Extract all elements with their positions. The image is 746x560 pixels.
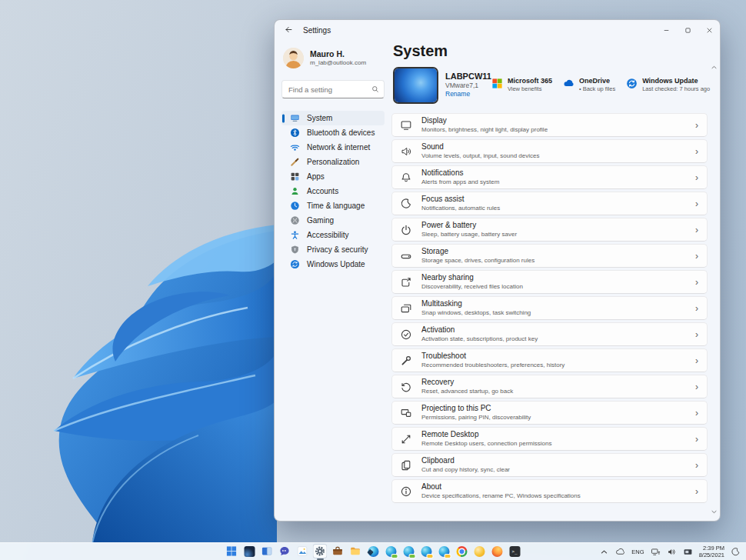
time-language-icon xyxy=(290,201,300,211)
device-thumbnail xyxy=(393,67,438,104)
settings-row-notifications[interactable]: Notifications Alerts from apps and syste… xyxy=(391,165,708,189)
taskbar-edge-profile-2-icon[interactable] xyxy=(401,544,416,558)
taskbar-photos-icon[interactable] xyxy=(295,544,310,558)
about-icon xyxy=(400,485,412,498)
chevron-right-icon: › xyxy=(695,147,698,156)
taskbar-chat-icon[interactable] xyxy=(278,544,292,558)
settings-row-subtitle: Recommended troubleshooters, preferences… xyxy=(421,362,564,369)
taskbar-file-explorer-icon[interactable] xyxy=(348,544,363,558)
windows-update-icon xyxy=(626,78,638,89)
settings-row-recovery[interactable]: Recovery Reset, advanced startup, go bac… xyxy=(391,375,708,398)
taskbar-toolbox-icon[interactable] xyxy=(331,544,345,558)
status-card-onedrive[interactable]: OneDrive • Back up files xyxy=(563,77,615,93)
taskbar-settings-icon[interactable] xyxy=(313,544,328,558)
search-input[interactable] xyxy=(287,85,371,95)
sidebar-item-gaming[interactable]: Gaming xyxy=(281,213,385,228)
rename-link[interactable]: Rename xyxy=(445,90,491,99)
clock[interactable]: 2:39 PM 8/25/2021 xyxy=(699,545,724,558)
sidebar-item-time-language[interactable]: Time & language xyxy=(281,198,385,213)
sound-icon xyxy=(400,145,412,158)
minimize-icon xyxy=(663,25,670,36)
settings-row-sound[interactable]: Sound Volume levels, output, input, soun… xyxy=(391,139,708,163)
sidebar-item-accounts[interactable]: Accounts xyxy=(281,184,385,198)
vm-tools-tray-icon[interactable] xyxy=(683,547,693,557)
settings-row-projecting-to-this-pc[interactable]: Projecting to this PC Permissions, pairi… xyxy=(391,401,708,425)
settings-row-subtitle: Activation state, subscriptions, product… xyxy=(421,335,538,343)
chevron-right-icon: › xyxy=(695,461,698,470)
scroll-up-icon[interactable] xyxy=(711,60,718,67)
page-title: System xyxy=(393,42,708,60)
settings-row-title: Clipboard xyxy=(421,456,510,465)
close-icon xyxy=(706,25,713,36)
taskbar-chrome-icon[interactable] xyxy=(455,544,469,558)
active-indicator xyxy=(282,114,285,122)
sidebar-item-privacy-security[interactable]: Privacy & security xyxy=(281,242,385,257)
settings-row-subtitle: Discoverability, received files location xyxy=(421,283,523,291)
taskbar: >_ ENG 2:39 PM 8/25/2021 xyxy=(0,542,746,560)
taskbar-edge-icon[interactable] xyxy=(366,544,381,558)
sidebar-item-bluetooth-devices[interactable]: Bluetooth & devices xyxy=(281,125,385,140)
settings-row-troubleshoot[interactable]: Troubleshoot Recommended troubleshooters… xyxy=(391,348,708,372)
settings-row-clipboard[interactable]: Clipboard Cut and copy history, sync, cl… xyxy=(391,453,708,477)
taskbar-task-view-icon[interactable] xyxy=(260,544,275,558)
maximize-button[interactable] xyxy=(677,20,698,40)
taskbar-edge-profile-3-icon[interactable] xyxy=(419,544,434,558)
status-card-microsoft-365[interactable]: Microsoft 365 View benefits xyxy=(491,77,552,93)
back-button[interactable] xyxy=(281,23,296,37)
wallpaper-bloom-graphic xyxy=(0,0,277,543)
activation-icon xyxy=(400,328,412,341)
user-account[interactable]: Mauro H. m_lab@outlook.com xyxy=(283,48,385,68)
taskbar-edge-canary-icon[interactable] xyxy=(472,544,487,558)
chevron-right-icon: › xyxy=(695,304,698,313)
sidebar-item-label: Accounts xyxy=(307,187,338,195)
language-indicator[interactable]: ENG xyxy=(631,548,644,555)
sidebar-item-windows-update[interactable]: Windows Update xyxy=(281,257,385,272)
settings-row-subtitle: Alerts from apps and system xyxy=(421,178,499,186)
sidebar-item-system[interactable]: System xyxy=(281,111,385,125)
settings-row-subtitle: Device specifications, rename PC, Window… xyxy=(421,492,581,500)
taskbar-edge-profile-1-icon[interactable] xyxy=(384,544,398,558)
device-model: VMware7,1 xyxy=(445,82,491,90)
taskbar-start-icon[interactable] xyxy=(225,544,239,558)
apps-icon xyxy=(290,172,300,182)
settings-row-multitasking[interactable]: Multitasking Snap windows, desktops, tas… xyxy=(391,296,708,320)
minimize-button[interactable] xyxy=(655,20,677,40)
settings-row-display[interactable]: Display Monitors, brightness, night ligh… xyxy=(391,113,708,137)
sidebar-item-apps[interactable]: Apps xyxy=(281,169,385,184)
sidebar-item-label: Time & language xyxy=(307,202,365,210)
settings-row-subtitle: Notifications, automatic rules xyxy=(421,205,500,212)
settings-row-about[interactable]: About Device specifications, rename PC, … xyxy=(391,479,708,503)
settings-row-activation[interactable]: Activation Activation state, subscriptio… xyxy=(391,322,708,346)
tray-overflow-chevron-icon[interactable] xyxy=(599,547,609,557)
sidebar-item-network-internet[interactable]: Network & internet xyxy=(281,140,385,155)
close-button[interactable] xyxy=(698,20,720,40)
settings-row-focus-assist[interactable]: Focus assist Notifications, automatic ru… xyxy=(391,192,708,215)
settings-row-remote-desktop[interactable]: Remote Desktop Remote Desktop users, con… xyxy=(391,427,708,451)
tray-date: 8/25/2021 xyxy=(699,552,724,558)
taskbar-pinned-dark-app-icon[interactable] xyxy=(242,544,257,558)
chevron-right-icon: › xyxy=(695,173,698,182)
status-card-windows-update[interactable]: Windows Update Last checked: 7 hours ago xyxy=(626,77,710,93)
user-name: Mauro H. xyxy=(310,49,366,59)
settings-row-nearby-sharing[interactable]: Nearby sharing Discoverability, received… xyxy=(391,270,708,294)
sidebar-item-label: Accessibility xyxy=(307,231,348,239)
personalization-icon xyxy=(290,157,300,167)
taskbar-edge-profile-4-icon[interactable] xyxy=(437,544,451,558)
sidebar-item-accessibility[interactable]: Accessibility xyxy=(281,228,385,242)
volume-tray-icon[interactable] xyxy=(667,547,677,557)
onedrive-tray-icon[interactable] xyxy=(615,547,625,557)
settings-row-storage[interactable]: Storage Storage space, drives, configura… xyxy=(391,244,708,268)
settings-row-title: Notifications xyxy=(421,168,499,178)
sidebar-item-personalization[interactable]: Personalization xyxy=(281,155,385,169)
scroll-down-icon[interactable] xyxy=(711,505,718,512)
settings-row-title: About xyxy=(421,482,581,492)
settings-row-power-battery[interactable]: Power & battery Sleep, battery usage, ba… xyxy=(391,218,708,242)
settings-row-subtitle: Volume levels, output, input, sound devi… xyxy=(421,152,539,160)
taskbar-terminal-icon[interactable]: >_ xyxy=(508,544,522,558)
focus-assist-tray-icon[interactable] xyxy=(731,547,741,557)
taskbar-firefox-icon[interactable] xyxy=(490,544,505,558)
network-tray-icon[interactable] xyxy=(651,547,661,557)
settings-row-subtitle: Snap windows, desktops, task switching xyxy=(421,309,531,317)
content: System LABPCW11 VMware7,1 Rename Microso… xyxy=(391,40,708,521)
chevron-right-icon: › xyxy=(695,121,698,130)
